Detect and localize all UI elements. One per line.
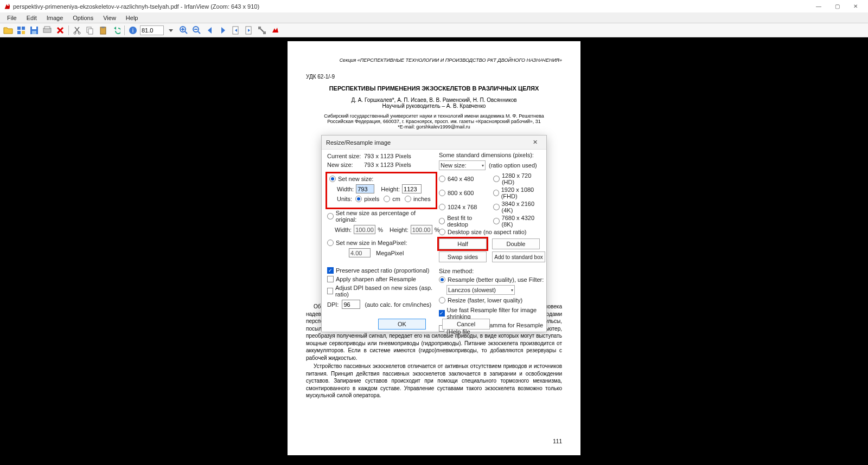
height-label: Height: bbox=[381, 186, 400, 192]
pct-width-label: Width: bbox=[335, 227, 352, 233]
prev-page-icon[interactable] bbox=[230, 24, 242, 36]
units-label: Units: bbox=[337, 196, 352, 202]
cancel-button[interactable]: Cancel bbox=[442, 319, 490, 330]
affiliation-1: Сибирский государственный университет на… bbox=[306, 113, 562, 119]
zoom-input[interactable] bbox=[140, 25, 164, 35]
menu-edit[interactable]: Edit bbox=[22, 15, 42, 21]
adjust-dpi-checkbox[interactable] bbox=[327, 288, 333, 294]
resample-label: Resample (better quality), use Filter: bbox=[448, 276, 544, 283]
sharpen-label: Apply sharpen after Resample bbox=[336, 276, 416, 282]
titlebar: perspektivy-primeneniya-ekzoskeletov-v-r… bbox=[0, 0, 868, 12]
prev-icon[interactable] bbox=[204, 24, 216, 36]
svg-rect-15 bbox=[101, 27, 105, 28]
std-3840-radio[interactable] bbox=[493, 204, 500, 210]
svg-rect-3 bbox=[17, 31, 21, 34]
units-cm-label: cm bbox=[392, 196, 400, 202]
page-number: 111 bbox=[553, 438, 562, 444]
menu-file[interactable]: File bbox=[2, 15, 22, 21]
zoom-dropdown-icon[interactable] bbox=[165, 24, 177, 36]
pct-height-input[interactable] bbox=[411, 225, 432, 234]
std-1920-radio[interactable] bbox=[493, 190, 499, 196]
save-icon[interactable] bbox=[28, 24, 40, 36]
toolbar: i bbox=[0, 23, 868, 37]
units-pixels-label: pixels bbox=[364, 196, 379, 202]
paste-icon[interactable] bbox=[97, 24, 109, 36]
undo-icon[interactable] bbox=[110, 24, 122, 36]
maximize-button[interactable]: ▢ bbox=[828, 1, 846, 12]
scan-icon[interactable] bbox=[41, 24, 53, 36]
std-7680-radio[interactable] bbox=[493, 218, 500, 224]
menu-help[interactable]: Help bbox=[121, 15, 143, 21]
std-3840-label: 3840 x 2160 (4K) bbox=[502, 201, 545, 214]
zoom-in-icon[interactable] bbox=[178, 24, 190, 36]
std-bestfit-radio[interactable] bbox=[439, 218, 445, 224]
menu-options[interactable]: Options bbox=[68, 15, 98, 21]
next-page-icon[interactable] bbox=[243, 24, 255, 36]
width-input[interactable] bbox=[356, 184, 374, 193]
svg-rect-13 bbox=[88, 29, 93, 34]
svg-rect-22 bbox=[258, 27, 261, 29]
adjust-dpi-label: Adjust DPI based on new sizes (asp. rati… bbox=[335, 285, 436, 298]
size-method-label: Size method: bbox=[439, 268, 545, 274]
preserve-ratio-label: Preserve aspect ratio (proportional) bbox=[336, 267, 429, 274]
svg-rect-4 bbox=[22, 31, 25, 34]
pct-sym-1: % bbox=[378, 227, 383, 233]
resize-dialog: Resize/Resample image ✕ Current size:793… bbox=[321, 135, 547, 332]
zoom-out-icon[interactable] bbox=[191, 24, 203, 36]
pct-width-input[interactable] bbox=[354, 225, 375, 234]
units-cm-radio[interactable] bbox=[384, 196, 390, 202]
fast-shrink-checkbox[interactable]: ✓ bbox=[439, 310, 445, 317]
units-pixels-radio[interactable] bbox=[355, 196, 362, 202]
dialog-titlebar[interactable]: Resize/Resample image ✕ bbox=[322, 135, 546, 150]
std-1280-label: 1280 x 720 (HD) bbox=[502, 172, 545, 185]
set-new-size-radio[interactable] bbox=[329, 176, 336, 182]
std-desktop-radio[interactable] bbox=[439, 229, 445, 235]
new-size-select[interactable]: New size:▾ bbox=[439, 160, 486, 170]
resize-fast-radio[interactable] bbox=[439, 297, 445, 303]
menu-image[interactable]: Image bbox=[42, 15, 68, 21]
set-percentage-radio[interactable] bbox=[327, 213, 334, 219]
info-icon[interactable]: i bbox=[127, 24, 139, 36]
thumbnails-icon[interactable] bbox=[15, 24, 27, 36]
std-1024-radio[interactable] bbox=[439, 204, 445, 210]
preserve-ratio-checkbox[interactable]: ✓ bbox=[327, 267, 334, 274]
resample-radio[interactable] bbox=[439, 276, 445, 283]
app-icon bbox=[3, 3, 11, 10]
std-800-radio[interactable] bbox=[439, 190, 445, 196]
units-inches-radio[interactable] bbox=[405, 196, 411, 202]
plugin-icon[interactable] bbox=[269, 24, 281, 36]
width-label: Width: bbox=[337, 186, 354, 192]
settings-icon[interactable] bbox=[256, 24, 268, 36]
menu-view[interactable]: View bbox=[98, 15, 121, 21]
dpi-input[interactable] bbox=[342, 300, 360, 309]
filter-select[interactable]: Lanczos (slowest)▾ bbox=[446, 285, 515, 295]
paper-title: ПЕРСПЕКТИВЫ ПРИМЕНЕНИЯ ЭКЗОСКЕЛЕТОВ В РА… bbox=[306, 85, 562, 92]
svg-rect-6 bbox=[32, 27, 36, 29]
next-icon[interactable] bbox=[217, 24, 229, 36]
set-megapixel-label: Set new size in MegaPixel: bbox=[336, 240, 407, 246]
add-standard-button[interactable]: Add to standard box bbox=[492, 251, 545, 262]
height-input[interactable] bbox=[402, 184, 422, 193]
sharpen-checkbox[interactable] bbox=[327, 276, 334, 282]
supervisor: Научный руководитель – А. В. Кравченко bbox=[306, 103, 562, 109]
std-800-label: 800 x 600 bbox=[448, 190, 474, 196]
set-new-size-label: Set new size: bbox=[338, 176, 373, 182]
double-button[interactable]: Double bbox=[492, 238, 540, 249]
close-window-button[interactable]: ✕ bbox=[846, 1, 865, 12]
delete-icon[interactable] bbox=[54, 24, 66, 36]
half-button[interactable]: Half bbox=[439, 238, 487, 249]
copy-icon[interactable] bbox=[84, 24, 96, 36]
set-megapixel-radio[interactable] bbox=[327, 240, 334, 246]
std-1280-radio[interactable] bbox=[493, 176, 500, 182]
megapixel-input[interactable] bbox=[349, 248, 371, 257]
resize-fast-label: Resize (faster, lower quality) bbox=[448, 297, 522, 303]
std-640-label: 640 x 480 bbox=[448, 176, 474, 182]
std-640-radio[interactable] bbox=[439, 176, 445, 182]
dialog-close-button[interactable]: ✕ bbox=[528, 135, 542, 150]
minimize-button[interactable]: — bbox=[809, 1, 828, 12]
ok-button[interactable]: OK bbox=[378, 319, 426, 330]
std-header: Some standard dimensions (pixels): bbox=[439, 152, 545, 158]
cut-icon[interactable] bbox=[71, 24, 83, 36]
swap-sides-button[interactable]: Swap sides bbox=[439, 251, 487, 262]
open-icon[interactable] bbox=[2, 24, 14, 36]
